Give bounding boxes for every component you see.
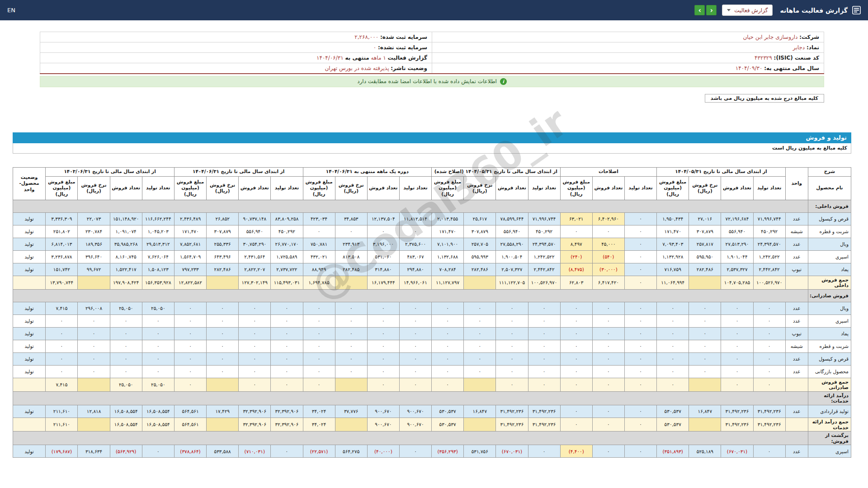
value-cell: ۰ <box>78 365 110 378</box>
value-cell: ۰ <box>174 314 206 327</box>
info-row: سال مالی منتهی به: ۱۴۰۴/۰۹/۳۰ وضعیت ناشر… <box>40 63 824 74</box>
value-cell: ۰ <box>271 352 303 365</box>
value-cell: ۰ <box>110 340 142 352</box>
value-cell: ۱۷,۴۲۹ <box>207 405 239 418</box>
value-cell: ۳۱,۴۹۲,۲۳۶ <box>496 405 528 418</box>
value-cell: ۰ <box>303 340 335 352</box>
value-cell: ۰ <box>753 378 785 391</box>
value-cell: ۰ <box>560 378 592 391</box>
value-cell: (۵۴۰) <box>592 250 624 263</box>
value-cell: ۰ <box>303 352 335 365</box>
metric-column-header: تعداد فروش <box>239 176 271 200</box>
desc-column-header: شرح <box>808 167 851 176</box>
value-cell: ۲۳۰,۷۸۴ <box>78 225 110 238</box>
value-cell: ۰ <box>78 340 110 352</box>
symbol-cell: نماد: دجابر <box>432 42 824 53</box>
value-cell: ۸۱۳,۵۰۸ <box>335 250 367 263</box>
value-cell: ۰ <box>207 352 239 365</box>
value-cell: ۰ <box>271 378 303 391</box>
value-cell: ۵۳۳,۵۸۸ <box>207 445 239 458</box>
value-cell: ۰ <box>624 302 656 314</box>
value-cell: ۰ <box>496 378 528 391</box>
value-cell: ۰ <box>528 302 560 314</box>
value-cell: ۱۵۱,۷۴۲ <box>46 263 78 276</box>
value-cell: ۰ <box>46 314 78 327</box>
value-cell: ۳۱,۴۹۲,۲۳۶ <box>496 418 528 432</box>
value-cell: ۰ <box>753 445 785 458</box>
metric-column-header: تعداد فروش <box>592 176 624 200</box>
value-cell: ۰ <box>271 302 303 314</box>
value-cell <box>207 378 239 391</box>
period-group-header: از ابتدای سال مالی تا تاریخ ۱۴۰۴/۰۶/۳۱ <box>174 167 303 176</box>
signed-data-notice: i اطلاعات نمایش داده شده با اطلاعات امضا… <box>40 76 824 87</box>
value-cell: ۳۱,۴۹۲,۲۳۶ <box>753 405 785 418</box>
value-cell: ۳۵,۹۸۵,۲۶۸ <box>110 238 142 250</box>
value-cell: ۰ <box>721 314 753 327</box>
product-row: تولید قراردادیعدد۳۱,۴۹۲,۲۳۶۳۱,۴۹۲,۲۳۶۱۶,… <box>13 405 851 418</box>
value-cell: ۳۷,۷۷۶ <box>335 405 367 418</box>
value-cell: ۳۰۷,۸۷۹ <box>207 225 239 238</box>
value-cell: ۰ <box>624 263 656 276</box>
production-sales-section-header: تولید و فروش <box>13 132 851 143</box>
value-cell: ۱۵۶,۳۵۳,۹۲۸ <box>142 276 174 289</box>
value-cell: ۰ <box>432 352 464 365</box>
value-cell: ۲۸۲,۴۸۵ <box>335 263 367 276</box>
section-row: درآمد ارائه خدمات: <box>13 391 851 405</box>
value-cell: ۰ <box>464 327 496 340</box>
product-row: ویالعدد۰۰۰۰۰۰۰۰۰۰۰۰۰۰۰۰۰۰۰۲۵,۰۵۰۲۵,۰۵۰۲۹… <box>13 302 851 314</box>
product-status-cell: تولید <box>13 314 46 327</box>
value-cell: ۰ <box>271 327 303 340</box>
value-cell: ۰ <box>624 378 656 391</box>
value-cell <box>207 276 239 289</box>
value-cell: ۱,۱۳۲,۹۲۸ <box>657 250 689 263</box>
value-cell: ۱۰۰,۵۲۶,۹۷۰ <box>753 276 785 289</box>
value-cell: ۱۶,۵۰۸,۵۵۴ <box>142 405 174 418</box>
product-name-cell: قرص و کپسول <box>808 212 851 225</box>
value-cell: ۷۱,۹۹۶,۷۴۴ <box>528 212 560 225</box>
value-cell: ۰ <box>753 327 785 340</box>
value-cell: ۴۵,۰۰۰ <box>592 238 624 250</box>
value-cell: ۰ <box>303 327 335 340</box>
value-cell: ۰ <box>464 365 496 378</box>
value-cell: ۰ <box>335 302 367 314</box>
product-name-cell: جمع فروش داخلی <box>808 276 851 289</box>
value-cell: ۴۵۰,۲۹۲ <box>753 225 785 238</box>
language-toggle-en[interactable]: EN <box>7 7 15 14</box>
value-cell: ۳,۲۳۶,۸۷۸ <box>46 250 78 263</box>
value-cell: ۲۵۷,۷۰۵ <box>464 238 496 250</box>
value-cell: ۱۴,۹۶۶,۰۶۱ <box>399 276 431 289</box>
product-status-cell: تولید <box>13 225 46 238</box>
product-name-cell: تولید قراردادی <box>808 405 851 418</box>
value-cell <box>335 378 367 391</box>
value-cell <box>78 378 110 391</box>
value-cell: ۰ <box>110 314 142 327</box>
monthly-report-icon <box>852 6 861 14</box>
value-cell: ۲۱۱,۶۱۰ <box>46 405 78 418</box>
value-cell: ۰ <box>239 352 271 365</box>
value-cell: ۵۳۱,۷۵۶ <box>464 445 496 458</box>
value-cell: ۰ <box>528 365 560 378</box>
value-cell: ۷,۱۰۱,۹۰۰ <box>432 238 464 250</box>
value-cell: ۰ <box>174 378 206 391</box>
value-cell: ۰ <box>624 250 656 263</box>
product-row: محصول بازرگانیعدد۰۰۰۰۰۰۰۰۰۰۰۰۰۰۰۰۰۰۰۰۰۰۰… <box>13 365 851 378</box>
section-filler-cell <box>13 289 808 302</box>
value-cell: ۲۷,۵۱۳,۲۹۰ <box>721 238 753 250</box>
value-cell: ۰ <box>464 340 496 352</box>
value-cell: ۰ <box>110 365 142 378</box>
value-cell: ۰ <box>689 314 721 327</box>
report-type-dropdown[interactable]: گزارش فعالیت <box>722 5 773 16</box>
next-report-button[interactable]: › <box>706 5 717 15</box>
value-cell: ۰ <box>592 405 624 418</box>
value-cell: ۰ <box>657 352 689 365</box>
value-cell: (۴۰,۰۰۰) <box>367 445 399 458</box>
value-cell: ۰ <box>432 302 464 314</box>
value-cell: ۳,۱۹۶,۰۰۰ <box>367 238 399 250</box>
value-cell: ۲۸۲,۴۸۶ <box>689 263 721 276</box>
info-icon: i <box>500 78 507 85</box>
value-cell: ۳۴,۸۵۳ <box>335 212 367 225</box>
value-cell: ۰ <box>271 365 303 378</box>
value-cell: ۰ <box>689 365 721 378</box>
previous-report-button[interactable]: ‹ <box>694 5 705 15</box>
product-status-cell: تولید <box>13 327 46 340</box>
